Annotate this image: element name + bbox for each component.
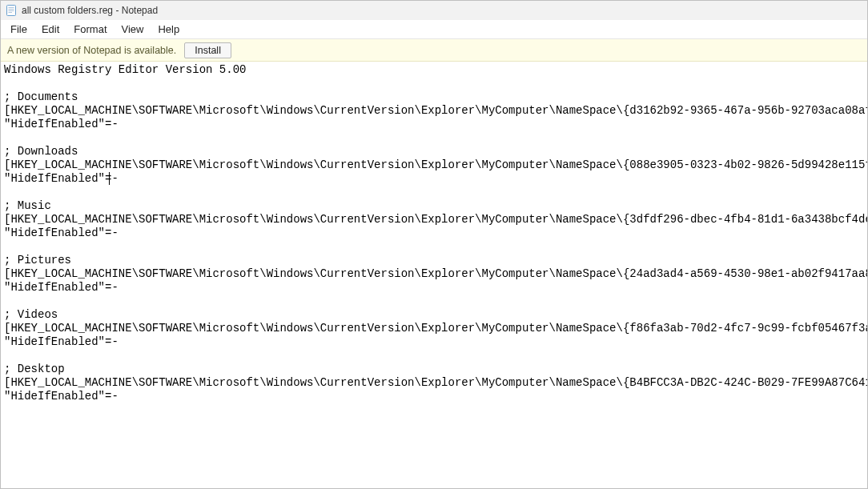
install-button[interactable]: Install [184,42,231,58]
menu-edit[interactable]: Edit [35,22,66,37]
menu-format[interactable]: Format [67,22,113,37]
menubar: File Edit Format View Help [1,20,867,39]
svg-rect-0 [7,6,16,16]
notepad-icon [6,5,17,16]
notepad-window: all custom folders.reg - Notepad File Ed… [0,0,868,489]
menu-file[interactable]: File [4,22,34,37]
menu-help[interactable]: Help [151,22,186,37]
text-editor[interactable]: Windows Registry Editor Version 5.00 ; D… [1,62,867,488]
window-title: all custom folders.reg - Notepad [22,5,158,16]
update-message: A new version of Notepad is available. [7,45,176,56]
menu-view[interactable]: View [115,22,151,37]
update-infobar: A new version of Notepad is available. I… [1,39,867,62]
text-caret [109,172,110,185]
editor-content[interactable]: Windows Registry Editor Version 5.00 ; D… [1,62,867,405]
titlebar: all custom folders.reg - Notepad [1,1,867,20]
